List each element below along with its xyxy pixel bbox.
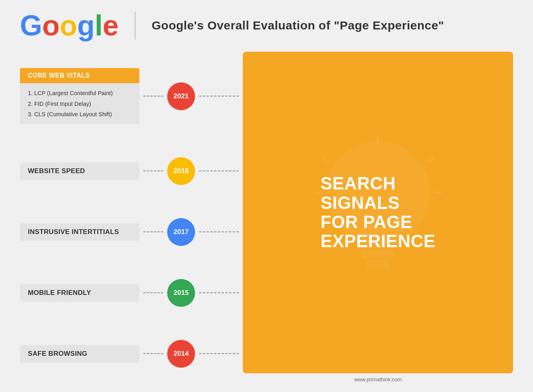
dashed-line-cwv-left	[143, 96, 163, 97]
right-panel: SEARCH SIGNALS FOR PAGE EXPERIENCE www.p…	[243, 52, 513, 384]
svg-rect-2	[362, 250, 394, 258]
mobile-friendly-box: MOBILE FRIENDLY	[20, 284, 139, 302]
core-vitals-header: CORE WEB VITALS	[20, 68, 139, 83]
search-signals-box: SEARCH SIGNALS FOR PAGE EXPERIENCE	[243, 52, 513, 373]
dashed-line-mf-left	[143, 292, 163, 293]
mobile-friendly-label: MOBILE FRIENDLY	[28, 289, 91, 296]
intrusive-interstitials-label: INSTRUSIVE INTERTITIALS	[28, 228, 119, 236]
signal-item-core-web-vitals: CORE WEB VITALS 1. LCP (Largest Contentf…	[20, 68, 243, 124]
cwv-item-2: 2. FID (First Input Delay)	[28, 99, 131, 109]
svg-line-5	[428, 157, 434, 162]
signal-item-safe-browsing: SAFE BROWSING 2014	[20, 340, 243, 368]
svg-line-8	[322, 157, 328, 162]
year-circle-2014: 2014	[167, 340, 195, 368]
website-speed-label: WEBSITE SPEED	[28, 167, 85, 175]
signal-item-website-speed: WEBSITE SPEED 2018	[20, 157, 243, 185]
intrusive-interstitials-box: INSTRUSIVE INTERTITIALS	[20, 223, 139, 241]
dashed-line-ii-right	[199, 231, 239, 232]
year-circle-2015: 2015	[167, 279, 195, 307]
signals-list: CORE WEB VITALS 1. LCP (Largest Contentf…	[20, 52, 243, 384]
dashed-line-ws-right	[199, 170, 239, 172]
search-signals-text: SEARCH SIGNALS FOR PAGE EXPERIENCE	[320, 174, 435, 251]
year-circle-2018: 2018	[167, 157, 195, 185]
main-content: CORE WEB VITALS 1. LCP (Largest Contentf…	[0, 48, 533, 392]
safe-browsing-box: SAFE BROWSING	[20, 345, 139, 363]
search-signals-line1: SEARCH SIGNALS FOR PAGE EXPERIENCE	[320, 174, 435, 251]
attribution-text: www.primathink.com	[243, 373, 513, 384]
dashed-line-mf-right	[199, 292, 239, 293]
safe-browsing-label: SAFE BROWSING	[28, 350, 87, 357]
signal-item-intrusive-interstitials: INSTRUSIVE INTERTITIALS 2017	[20, 218, 243, 246]
core-vitals-box: CORE WEB VITALS 1. LCP (Largest Contentf…	[20, 68, 139, 124]
header-divider	[135, 12, 136, 39]
signals-panel: CORE WEB VITALS 1. LCP (Largest Contentf…	[20, 52, 243, 384]
google-logo-text: Google	[20, 11, 119, 40]
header: Google Google's Overall Evaluation of "P…	[0, 0, 533, 48]
dashed-line-cwv-right	[199, 96, 239, 97]
dashed-line-ws-left	[143, 170, 163, 172]
cwv-item-3: 3. CLS (Cumulative Layout Shift)	[28, 109, 131, 119]
page-title: Google's Overall Evaluation of "Page Exp…	[152, 19, 444, 32]
google-logo: Google	[20, 11, 119, 40]
year-circle-2017: 2017	[167, 218, 195, 246]
dashed-line-ii-left	[143, 231, 163, 232]
dashed-line-sb-left	[143, 353, 163, 354]
dashed-line-sb-right	[199, 353, 239, 354]
signal-item-mobile-friendly: MOBILE FRIENDLY 2015	[20, 279, 243, 307]
core-vitals-body: 1. LCP (Largest Contentful Paint) 2. FID…	[20, 83, 139, 124]
cwv-item-1: 1. LCP (Largest Contentful Paint)	[28, 88, 131, 98]
website-speed-box: WEBSITE SPEED	[20, 162, 139, 180]
svg-rect-3	[366, 260, 390, 268]
year-circle-2021: 2021	[167, 82, 195, 110]
